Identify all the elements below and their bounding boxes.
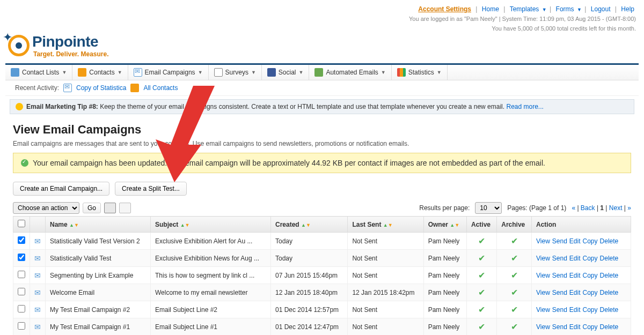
mail-icon (63, 84, 72, 92)
action-send[interactable]: Send (552, 255, 567, 262)
action-edit[interactable]: Edit (569, 323, 581, 331)
select-all-checkbox[interactable] (18, 220, 25, 227)
cell-subject: This is how to segment by link cl ... (150, 267, 270, 284)
page-back[interactable]: Back (581, 204, 595, 212)
nav-contact-lists[interactable]: Contact Lists▼ (5, 65, 72, 80)
action-send[interactable]: Send (552, 289, 567, 296)
cell-subject: Email Subject Line #2 (150, 301, 270, 318)
alert-text: Your email campaign has been updated. Th… (33, 159, 545, 167)
cell-subject: Welcome to my email newsletter (150, 284, 270, 301)
page-next[interactable]: Next (609, 204, 623, 212)
grid-view-button[interactable] (119, 203, 131, 213)
action-send[interactable]: Send (552, 272, 567, 279)
action-edit[interactable]: Edit (569, 289, 581, 296)
brand-logo[interactable]: ✦ Pinpointe Target. Deliver. Measure. (0, 33, 644, 63)
social-icon (267, 68, 276, 77)
action-copy[interactable]: Copy (583, 255, 598, 262)
action-edit[interactable]: Edit (569, 272, 581, 279)
templates-link[interactable]: Templates (510, 5, 539, 13)
list-view-button[interactable] (104, 203, 116, 213)
action-copy[interactable]: Copy (583, 237, 598, 245)
nav-social[interactable]: Social▼ (262, 65, 310, 80)
action-delete[interactable]: Delete (600, 272, 619, 279)
nav-statistics[interactable]: Statistics▼ (392, 65, 448, 80)
cell-archive: ✔ (497, 267, 532, 284)
action-copy[interactable]: Copy (583, 272, 598, 279)
nav-email-campaigns[interactable]: Email Campaigns▼ (128, 65, 209, 80)
col-owner[interactable]: Owner ▲▼ (423, 217, 466, 233)
action-send[interactable]: Send (552, 237, 567, 245)
cell-active: ✔ (466, 250, 496, 267)
action-delete[interactable]: Delete (600, 255, 619, 262)
cell-created: 07 Jun 2015 15:46pm (271, 267, 348, 284)
action-view[interactable]: View (536, 306, 550, 314)
recent-item-1[interactable]: Copy of Statistica (76, 84, 126, 92)
row-checkbox[interactable] (18, 288, 25, 295)
action-copy[interactable]: Copy (583, 323, 598, 331)
col-active: Active (466, 217, 496, 233)
target-icon (8, 35, 30, 56)
create-split-test-button[interactable]: Create a Split Test... (115, 182, 187, 196)
cell-archive: ✔ (497, 301, 532, 318)
rpp-select[interactable]: 10 (475, 202, 502, 214)
col-lastsent[interactable]: Last Sent ▲▼ (348, 217, 423, 233)
bulk-action-select[interactable]: Choose an action (13, 202, 79, 214)
action-edit[interactable]: Edit (569, 255, 581, 262)
action-delete[interactable]: Delete (600, 289, 619, 296)
action-view[interactable]: View (536, 323, 550, 331)
tip-readmore[interactable]: Read more... (506, 103, 543, 110)
action-edit[interactable]: Edit (569, 306, 581, 314)
nav-automated[interactable]: Automated Emails▼ (309, 65, 391, 80)
cell-lastsent: Not Sent (348, 233, 423, 250)
recent-label: Recent Activity: (15, 84, 59, 92)
cell-created: Today (271, 233, 348, 250)
col-subject[interactable]: Subject ▲▼ (150, 217, 270, 233)
action-view[interactable]: View (536, 255, 550, 262)
action-copy[interactable]: Copy (583, 306, 598, 314)
page-last[interactable]: » (627, 204, 631, 212)
row-checkbox[interactable] (18, 322, 25, 330)
table-row: ✉Statistically Valid Test Version 2Exclu… (13, 233, 631, 250)
recent-item-2[interactable]: All Contacts (143, 84, 178, 92)
action-delete[interactable]: Delete (600, 237, 619, 245)
help-link[interactable]: Help (621, 5, 634, 13)
forms-link[interactable]: Forms (556, 5, 574, 13)
cell-active: ✔ (466, 301, 496, 318)
mail-icon: ✉ (34, 237, 41, 245)
action-view[interactable]: View (536, 237, 550, 245)
col-created[interactable]: Created ▲▼ (271, 217, 348, 233)
login-status: You are logged in as "Pam Neely" | Syste… (409, 14, 636, 24)
table-row: ✉My Test Email Campaign #1Email Subject … (13, 318, 631, 335)
cell-name: My Test Email Campaign #1 (46, 318, 151, 335)
nav-contacts[interactable]: Contacts▼ (72, 65, 128, 80)
cell-archive: ✔ (497, 318, 532, 335)
action-delete[interactable]: Delete (600, 306, 619, 314)
cell-name: My Test Email Campaign #2 (46, 301, 151, 318)
row-checkbox[interactable] (18, 254, 25, 261)
action-send[interactable]: Send (552, 323, 567, 331)
home-link[interactable]: Home (482, 5, 499, 13)
action-delete[interactable]: Delete (600, 323, 619, 331)
action-edit[interactable]: Edit (569, 237, 581, 245)
logout-link[interactable]: Logout (591, 5, 611, 13)
row-checkbox[interactable] (18, 305, 25, 312)
cell-subject: Email Subject Line #1 (150, 318, 270, 335)
account-settings-link[interactable]: Account Settings (418, 5, 471, 13)
action-send[interactable]: Send (552, 306, 567, 314)
col-name[interactable]: Name ▲▼ (46, 217, 151, 233)
action-view[interactable]: View (536, 272, 550, 279)
page-first[interactable]: « (572, 204, 575, 212)
nav-surveys[interactable]: Surveys▼ (209, 65, 262, 80)
mail-icon: ✉ (34, 254, 41, 263)
stats-icon (397, 68, 406, 77)
recent-activity: Recent Activity: Copy of Statistica All … (5, 80, 639, 96)
contacts-icon (130, 84, 139, 92)
create-campaign-button[interactable]: Create an Email Campaign... (13, 182, 109, 196)
row-checkbox[interactable] (18, 236, 25, 244)
row-checkbox[interactable] (18, 271, 25, 278)
action-view[interactable]: View (536, 289, 550, 296)
go-button[interactable]: Go (83, 203, 101, 213)
page-description: Email campaigns are messages that are se… (13, 140, 631, 147)
survey-icon (214, 68, 223, 77)
action-copy[interactable]: Copy (583, 289, 598, 296)
